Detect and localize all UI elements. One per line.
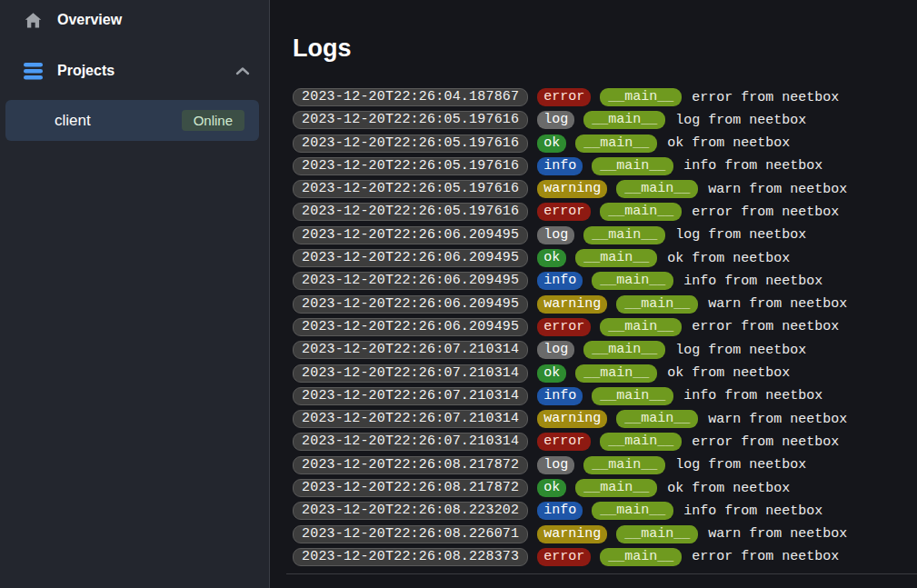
log-message: log from neetbox <box>675 113 806 128</box>
log-message: error from neetbox <box>692 434 839 450</box>
log-level-badge: error <box>537 88 591 106</box>
log-message: error from neetbox <box>692 90 839 105</box>
chevron-up-icon[interactable] <box>234 65 251 77</box>
log-level-badge: ok <box>537 364 566 383</box>
log-row: 2023-12-20T22:26:05.197616error__main__e… <box>293 203 917 221</box>
project-name: client <box>55 112 182 130</box>
log-timestamp: 2023-12-20T22:26:06.209495 <box>293 272 528 290</box>
page-title: Logs <box>293 33 917 64</box>
log-module-badge: __main__ <box>616 180 698 198</box>
log-level-badge: ok <box>537 249 566 267</box>
log-list: 2023-12-20T22:26:04.187867error__main__e… <box>293 88 917 566</box>
sidebar-project-client[interactable]: client Online <box>5 100 259 141</box>
log-module-badge: __main__ <box>592 387 673 405</box>
log-level-badge: ok <box>537 479 566 497</box>
log-module-badge: __main__ <box>583 111 665 129</box>
log-level-badge: error <box>537 433 591 451</box>
log-module-badge: __main__ <box>575 479 657 497</box>
log-row: 2023-12-20T22:26:06.209495warning__main_… <box>293 295 917 314</box>
log-level-badge: warning <box>537 295 607 314</box>
log-row: 2023-12-20T22:26:06.209495log__main__log… <box>293 226 917 244</box>
log-message: info from neetbox <box>683 388 822 404</box>
log-timestamp: 2023-12-20T22:26:06.209495 <box>293 249 528 267</box>
log-level-badge: log <box>537 456 574 474</box>
sidebar-item-projects[interactable]: Projects <box>0 55 269 87</box>
log-row: 2023-12-20T22:26:04.187867error__main__e… <box>293 88 917 106</box>
log-timestamp: 2023-12-20T22:26:08.217872 <box>293 456 528 474</box>
log-timestamp: 2023-12-20T22:26:05.197616 <box>293 203 528 221</box>
log-message: info from neetbox <box>683 158 822 174</box>
log-module-badge: __main__ <box>600 318 682 336</box>
log-level-badge: info <box>537 157 583 175</box>
log-level-badge: log <box>537 341 574 359</box>
log-timestamp: 2023-12-20T22:26:08.226071 <box>293 525 528 543</box>
log-row: 2023-12-20T22:26:08.217872log__main__log… <box>293 456 917 474</box>
list-icon <box>23 61 43 81</box>
log-row: 2023-12-20T22:26:05.197616info__main__in… <box>293 157 917 175</box>
log-row: 2023-12-20T22:26:08.226071warning__main_… <box>293 525 917 543</box>
log-row: 2023-12-20T22:26:05.197616log__main__log… <box>293 111 917 129</box>
log-timestamp: 2023-12-20T22:26:06.209495 <box>293 318 528 336</box>
status-badge: Online <box>182 110 244 131</box>
log-level-badge: warning <box>537 180 607 198</box>
log-message: error from neetbox <box>692 549 839 564</box>
log-row: 2023-12-20T22:26:06.209495error__main__e… <box>293 318 917 336</box>
log-module-badge: __main__ <box>616 410 698 428</box>
sidebar-item-overview[interactable]: Overview <box>0 4 269 36</box>
log-level-badge: warning <box>537 525 607 543</box>
log-timestamp: 2023-12-20T22:26:05.197616 <box>293 157 528 175</box>
log-row: 2023-12-20T22:26:08.228373error__main__e… <box>293 548 917 566</box>
log-row: 2023-12-20T22:26:07.210314ok__main__ok f… <box>293 364 917 383</box>
log-level-badge: ok <box>537 135 566 153</box>
log-timestamp: 2023-12-20T22:26:08.228373 <box>293 548 528 566</box>
log-row: 2023-12-20T22:26:08.223202info__main__in… <box>293 502 917 520</box>
log-message: info from neetbox <box>683 503 822 519</box>
log-timestamp: 2023-12-20T22:26:08.223202 <box>293 502 528 520</box>
log-timestamp: 2023-12-20T22:26:08.217872 <box>293 479 528 497</box>
log-message: ok from neetbox <box>667 135 790 151</box>
log-module-badge: __main__ <box>592 272 673 290</box>
log-message: info from neetbox <box>683 274 822 289</box>
log-message: ok from neetbox <box>667 251 790 266</box>
home-icon <box>23 10 43 30</box>
log-module-badge: __main__ <box>600 203 682 221</box>
log-module-badge: __main__ <box>600 548 682 566</box>
log-module-badge: __main__ <box>592 157 673 175</box>
log-module-badge: __main__ <box>600 88 682 106</box>
log-timestamp: 2023-12-20T22:26:07.210314 <box>293 410 528 428</box>
log-message: log from neetbox <box>675 343 806 358</box>
log-timestamp: 2023-12-20T22:26:07.210314 <box>293 364 528 383</box>
log-message: error from neetbox <box>692 204 839 220</box>
log-message: ok from neetbox <box>667 365 790 381</box>
log-timestamp: 2023-12-20T22:26:05.197616 <box>293 111 528 129</box>
sidebar: Overview Projects client Online <box>0 0 270 588</box>
log-message: log from neetbox <box>675 457 806 473</box>
log-level-badge: error <box>537 203 591 221</box>
log-timestamp: 2023-12-20T22:26:07.210314 <box>293 341 528 359</box>
log-message: log from neetbox <box>675 227 806 243</box>
log-level-badge: info <box>537 387 583 405</box>
log-message: warn from neetbox <box>708 296 847 312</box>
log-row: 2023-12-20T22:26:06.209495ok__main__ok f… <box>293 249 917 267</box>
log-module-badge: __main__ <box>575 364 657 383</box>
sidebar-item-label: Projects <box>57 63 234 79</box>
log-timestamp: 2023-12-20T22:26:06.209495 <box>293 295 528 314</box>
log-module-badge: __main__ <box>600 433 682 451</box>
log-message: warn from neetbox <box>708 412 847 427</box>
log-level-badge: error <box>537 318 591 336</box>
log-timestamp: 2023-12-20T22:26:07.210314 <box>293 387 528 405</box>
log-module-badge: __main__ <box>616 295 698 314</box>
log-row: 2023-12-20T22:26:07.210314warning__main_… <box>293 410 917 428</box>
log-level-badge: log <box>537 226 574 244</box>
log-module-badge: __main__ <box>583 456 665 474</box>
log-row: 2023-12-20T22:26:08.217872ok__main__ok f… <box>293 479 917 497</box>
log-timestamp: 2023-12-20T22:26:05.197616 <box>293 135 528 153</box>
log-row: 2023-12-20T22:26:07.210314error__main__e… <box>293 433 917 451</box>
log-level-badge: error <box>537 548 591 566</box>
log-row: 2023-12-20T22:26:07.210314info__main__in… <box>293 387 917 405</box>
log-timestamp: 2023-12-20T22:26:07.210314 <box>293 433 528 451</box>
divider <box>286 573 917 574</box>
log-message: warn from neetbox <box>708 182 847 197</box>
log-module-badge: __main__ <box>575 135 657 153</box>
log-level-badge: warning <box>537 410 607 428</box>
